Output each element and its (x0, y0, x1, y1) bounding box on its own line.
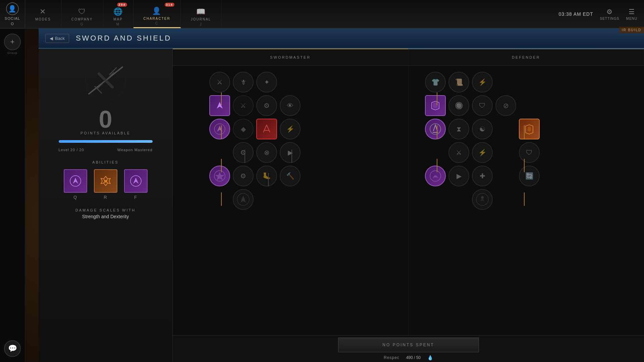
social-key: O (11, 22, 14, 26)
df-node-r5c2[interactable]: ▶ (448, 166, 469, 186)
sm-node-r5c1[interactable] (209, 166, 230, 186)
df-node-r1c1[interactable]: 👕 (425, 72, 446, 93)
df-node-r2c4[interactable]: ⊘ (495, 95, 516, 116)
df-node-r4c2[interactable]: ⚡ (472, 142, 493, 163)
progress-bar-fill (59, 140, 153, 143)
df-node-r2c3[interactable]: 🛡 (472, 95, 493, 116)
sm-node-r4c1[interactable]: ⚙ (233, 142, 254, 163)
watermark-label: IR BUILD (619, 27, 644, 33)
sm-node-r3c2[interactable]: ◆ (233, 119, 254, 139)
defender-tab[interactable]: DEFENDER (409, 49, 644, 65)
map-badge: 294 (117, 3, 127, 7)
nav-journal[interactable]: 📖 JOURNAL J (181, 0, 222, 28)
map-key: M (116, 22, 120, 26)
settings-icon: ⚙ (606, 8, 613, 16)
ability-slot-f: F (124, 169, 148, 200)
damage-value: Strength and Dexterity (75, 214, 136, 219)
sm-node-r1c3[interactable]: ✦ (256, 72, 277, 93)
social-label: SOCIAL (5, 16, 20, 20)
menu-icon: ☰ (629, 8, 635, 16)
df-node-r5c3[interactable]: ✚ (472, 166, 493, 186)
settings-button[interactable]: ⚙ SETTINGS (600, 8, 620, 20)
nav-map[interactable]: 🌐 MAP 294 M (103, 0, 133, 28)
ability-key-q: Q (73, 195, 77, 200)
respec-label: Respec (384, 355, 399, 360)
left-panel: 0 POINTS AVAILABLE Level 20 / 20 Weapon … (39, 49, 173, 362)
nav-company[interactable]: 🛡 COMPANY G (61, 0, 103, 28)
sidebar: + Group 💬 (0, 28, 25, 362)
df-node-r5c1[interactable] (425, 166, 446, 186)
sm-node-r5c3[interactable]: 🦶 (256, 166, 277, 186)
df-node-r3c1[interactable] (425, 119, 446, 139)
journal-label: JOURNAL (191, 17, 211, 21)
damage-label: DAMAGE SCALES WITH (75, 208, 136, 212)
weapon-mastered: Weapon Mastered (117, 148, 153, 152)
df-node-r2c1[interactable] (425, 95, 446, 116)
sm-node-r1c2[interactable]: 🗡 (233, 72, 254, 93)
level-info: Level 20 / 20 Weapon Mastered (59, 148, 153, 152)
ability-key-f: F (134, 195, 137, 200)
sm-node-r5c4[interactable]: 🔨 (280, 166, 301, 186)
company-label: COMPANY (71, 17, 93, 21)
swordmaster-label: SWORDMASTER (270, 55, 311, 59)
sm-node-r5c2[interactable]: ⚙ (233, 166, 254, 186)
main-panel: ◀ Back SWORD AND SHIELD (39, 28, 644, 362)
ability-icon-r[interactable] (94, 169, 117, 193)
sm-node-r2c2[interactable]: ⚔ (233, 95, 254, 116)
df-node-r4c3[interactable]: 🛡 (519, 142, 540, 163)
sidebar-chat[interactable]: 💬 (4, 340, 21, 357)
nav-modes[interactable]: ✕ MODES (25, 0, 61, 28)
sm-node-r2c1[interactable] (209, 95, 230, 116)
df-node-ultimate-sq[interactable] (519, 119, 540, 139)
df-node-r3c3[interactable]: ☯ (472, 119, 493, 139)
modes-label: MODES (35, 17, 51, 21)
df-node-r4c1[interactable]: ⚔ (448, 142, 469, 163)
map-label: MAP (113, 17, 123, 21)
svg-marker-18 (215, 172, 224, 180)
sm-node-r2c3[interactable]: ⚙ (256, 95, 277, 116)
journal-icon: 📖 (196, 7, 206, 16)
level-text: Level 20 / 20 (59, 148, 84, 152)
damage-section: DAMAGE SCALES WITH Strength and Dexterit… (75, 208, 136, 219)
df-node-r1c3[interactable]: ⚡ (472, 72, 493, 93)
skill-trees-header: SWORDMASTER DEFENDER (173, 49, 644, 66)
df-node-r3c2[interactable]: ⧗ (448, 119, 469, 139)
nav-character[interactable]: 👤 CHARACTER 314 C (133, 0, 181, 28)
sm-node-r1c1[interactable]: ⚔ (209, 72, 230, 93)
map-icon: 🌐 (113, 7, 123, 16)
respec-row: Respec 490 / 50 💧 (384, 355, 433, 360)
sm-node-ultimate[interactable] (233, 189, 254, 210)
points-number: 0 (80, 107, 130, 131)
sidebar-group[interactable]: + Group (4, 34, 21, 55)
abilities-label: ABILITIES (45, 160, 166, 164)
sm-node-r4c3[interactable]: ▶ (280, 142, 301, 163)
df-node-ultimate-r6[interactable] (472, 189, 493, 210)
df-node-r5c4[interactable]: 🔄 (519, 166, 540, 186)
nav-social[interactable]: 👤 SOCIAL O (0, 0, 25, 28)
sm-node-r3c4[interactable] (256, 119, 277, 139)
chat-icon[interactable]: 💬 (4, 340, 21, 357)
sm-node-r4c2[interactable]: ⊗ (256, 142, 277, 163)
company-key: G (80, 22, 84, 26)
defender-label: DEFENDER (512, 55, 540, 59)
sm-node-r3c3[interactable]: ⚡ (280, 119, 301, 139)
ability-icon-f[interactable] (124, 169, 148, 193)
menu-button[interactable]: ☰ MENU (626, 8, 637, 20)
df-node-r1c2[interactable]: 📜 (448, 72, 469, 93)
defender-tree: 👕 📜 ⚡ 🔘 🛡 ⊘ (409, 66, 644, 362)
swordmaster-tree: ⚔ 🗡 ✦ ⚔ ⚙ 👁 (173, 66, 409, 362)
df-node-r2c2[interactable]: 🔘 (448, 95, 469, 116)
swordmaster-tab[interactable]: SWORDMASTER (173, 49, 409, 65)
sm-node-r3c1[interactable] (209, 119, 230, 139)
ability-icon-q[interactable] (64, 169, 87, 193)
nav-right-section: 03:38 AM EDT ⚙ SETTINGS ☰ MENU (552, 0, 644, 28)
back-button[interactable]: ◀ Back (45, 34, 69, 43)
sm-node-r2c4[interactable]: 👁 (280, 95, 301, 116)
respec-currency-icon: 💧 (427, 355, 433, 360)
menu-label: MENU (626, 17, 637, 20)
group-button[interactable]: + (4, 34, 21, 50)
svg-point-33 (481, 196, 484, 199)
no-points-button[interactable]: NO POINTS SPENT (338, 338, 479, 352)
settings-label: SETTINGS (600, 17, 620, 20)
character-badge: 314 (165, 3, 174, 7)
